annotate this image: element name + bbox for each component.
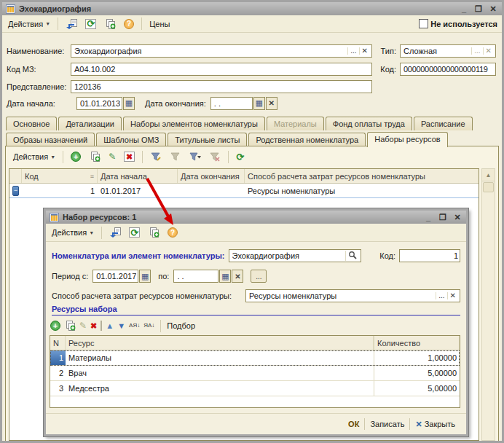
tab-raspisanie[interactable]: Расписание — [414, 117, 473, 130]
dialog-copy-button[interactable] — [145, 227, 162, 239]
set-code-input[interactable]: 1 — [399, 249, 460, 262]
dialog-reread-button[interactable]: ⟳ — [126, 227, 143, 238]
dialog-close-button[interactable]: ✕ — [452, 213, 462, 222]
move-up-button[interactable]: ▲ — [106, 322, 114, 330]
cell-quantity[interactable]: 5,00000 — [374, 381, 460, 396]
ok-button[interactable]: ОК — [343, 418, 364, 430]
dialog-help-button[interactable]: ? — [165, 227, 181, 238]
mz-code-input[interactable]: A04.10.002 — [71, 63, 372, 76]
header-start-date[interactable]: Дата начала — [98, 169, 178, 183]
maximize-button[interactable]: ❐ — [473, 4, 484, 14]
start-date-calendar-button[interactable]: ▦ — [123, 97, 135, 110]
tab-osnovnoe[interactable]: Основное — [6, 117, 57, 130]
list-actions-menu-button[interactable]: Действия ▼ — [10, 152, 58, 162]
header-code[interactable]: Код ≡ — [22, 169, 98, 183]
filter-setup-button[interactable] — [147, 151, 165, 163]
header-resource[interactable]: Ресурс — [66, 336, 374, 350]
header-quantity[interactable]: Количество — [374, 336, 460, 350]
end-date-clear-button[interactable]: ✕ — [266, 97, 277, 110]
tab-obrazy-naznacheniy[interactable]: Образы назначений — [6, 133, 95, 146]
dialog-save-close-button[interactable] — [106, 227, 124, 239]
start-date-input[interactable]: 01.01.2013 — [76, 97, 122, 110]
cell-method[interactable]: Ресурсы номенклатуры — [245, 184, 479, 197]
copy-row-button[interactable] — [86, 151, 103, 163]
close-button[interactable]: ✕ — [488, 4, 498, 14]
cell-quantity[interactable]: 1,00000 — [374, 350, 460, 365]
tab-shablony-omz[interactable]: Шаблоны ОМЗ — [96, 133, 166, 146]
cell-resource[interactable]: Медсестра — [66, 381, 374, 396]
resources-section-title: Ресурсы набора — [52, 305, 460, 315]
tab-titulnye-listy[interactable]: Титульные листы — [168, 133, 247, 146]
dialog-actions-menu-button[interactable]: Действия ▼ — [49, 227, 97, 238]
cell-start-date[interactable]: 01.01.2017 — [98, 184, 178, 197]
header-method[interactable]: Способ расчета затрат ресурсов номенклат… — [245, 169, 479, 183]
code-input[interactable]: 00000000000000000119 — [400, 63, 496, 76]
table-row[interactable]: − 1 01.01.2017 Ресурсы номенклатуры — [9, 184, 479, 198]
name-clear-button[interactable]: ✕ — [359, 47, 370, 55]
end-date-input[interactable]: . . — [210, 97, 253, 110]
period-to-input[interactable]: . . — [173, 270, 218, 283]
actions-menu-button[interactable]: Действия ▼ — [5, 19, 53, 29]
reread-button[interactable]: ⟳ — [82, 18, 99, 30]
sort-desc-button[interactable]: ЯА↓ — [143, 323, 154, 329]
nomenclature-search-button[interactable] — [345, 251, 359, 261]
help-button[interactable]: ? — [121, 18, 137, 30]
method-select-button[interactable]: ... — [436, 292, 446, 299]
add-resource-button[interactable]: + — [50, 321, 60, 331]
table-row[interactable]: 2 Врач 5,00000 — [50, 366, 460, 381]
cell-quantity[interactable]: 5,00000 — [374, 366, 460, 380]
name-select-button[interactable]: ... — [347, 47, 358, 55]
cell-code[interactable]: 1 — [22, 184, 98, 197]
header-n[interactable]: N — [50, 336, 66, 350]
copy-button[interactable] — [101, 17, 119, 30]
period-to-calendar-button[interactable]: ▦ — [219, 270, 231, 283]
period-from-calendar-button[interactable]: ▦ — [139, 270, 151, 283]
delete-resource-button[interactable]: ✖ — [90, 321, 97, 330]
tab-detalizacii[interactable]: Детализации — [58, 117, 122, 130]
sort-asc-button[interactable]: АЯ↓ — [129, 323, 140, 329]
move-down-button[interactable]: ▼ — [117, 322, 125, 330]
delete-row-button[interactable]: ✖ — [121, 151, 138, 162]
tab-nabory-elementov[interactable]: Наборы элементов номенклатуры — [123, 117, 265, 130]
period-from-input[interactable]: 01.01.2017 — [92, 270, 138, 283]
resource-sets-scrollbar[interactable]: ▲ — [481, 168, 495, 441]
window-icon — [4, 4, 16, 15]
not-used-checkbox-group[interactable]: Не используется — [419, 19, 497, 28]
filter-history-button[interactable] — [186, 151, 204, 163]
dialog-minimize-button[interactable]: _ — [423, 213, 433, 222]
name-input[interactable]: Эхокардиография ... ✕ — [71, 44, 372, 58]
minimize-button[interactable]: _ — [459, 4, 469, 14]
method-input[interactable]: Ресурсы номенклатуры ... ✕ — [245, 289, 460, 302]
write-button[interactable]: Записать — [365, 418, 409, 430]
copy-resource-button[interactable] — [64, 321, 76, 332]
cell-resource[interactable]: Врач — [66, 366, 374, 380]
type-select-button: ... — [471, 47, 482, 55]
pick-button[interactable]: Подбор — [167, 321, 195, 330]
add-row-button[interactable]: + — [68, 151, 84, 162]
close-dialog-button[interactable]: ✕ Закрыть — [410, 418, 460, 431]
tab-nabory-resursov[interactable]: Наборы ресурсов — [367, 132, 447, 147]
type-input[interactable]: Сложная ... ✕ — [400, 44, 496, 58]
table-row[interactable]: 1 Материалы 1,00000 — [50, 350, 460, 366]
method-clear-button[interactable]: ✕ — [447, 292, 458, 299]
end-date-calendar-button[interactable]: ▦ — [253, 97, 265, 110]
edit-row-button[interactable]: ✎ — [106, 152, 119, 162]
cell-end-date[interactable] — [178, 184, 245, 197]
presentation-input[interactable]: 120136 — [71, 80, 372, 93]
tab-rodstvennaya[interactable]: Родственная номенклатура — [248, 133, 366, 146]
dialog-maximize-button[interactable]: ❐ — [438, 213, 448, 222]
edit-resource-button[interactable]: ✎ — [79, 321, 87, 330]
period-more-button[interactable]: ... — [251, 270, 267, 283]
period-to-clear-button[interactable]: ✕ — [232, 270, 243, 283]
header-end-date[interactable]: Дата окончания — [178, 169, 245, 183]
tab-fond-oplaty[interactable]: Фонд оплаты труда — [326, 117, 412, 130]
refresh-list-button[interactable]: ⟳ — [233, 152, 247, 162]
table-row[interactable]: 3 Медсестра 5,00000 — [50, 381, 460, 396]
cell-resource[interactable]: Материалы — [66, 350, 374, 365]
scroll-up-button[interactable]: ▲ — [482, 169, 495, 181]
prices-button[interactable]: Цены — [146, 19, 173, 29]
scroll-thumb[interactable] — [483, 182, 494, 192]
not-used-checkbox[interactable] — [419, 19, 428, 28]
nomenclature-input[interactable]: Эхокардиография — [229, 249, 361, 262]
save-close-button[interactable] — [63, 17, 80, 30]
